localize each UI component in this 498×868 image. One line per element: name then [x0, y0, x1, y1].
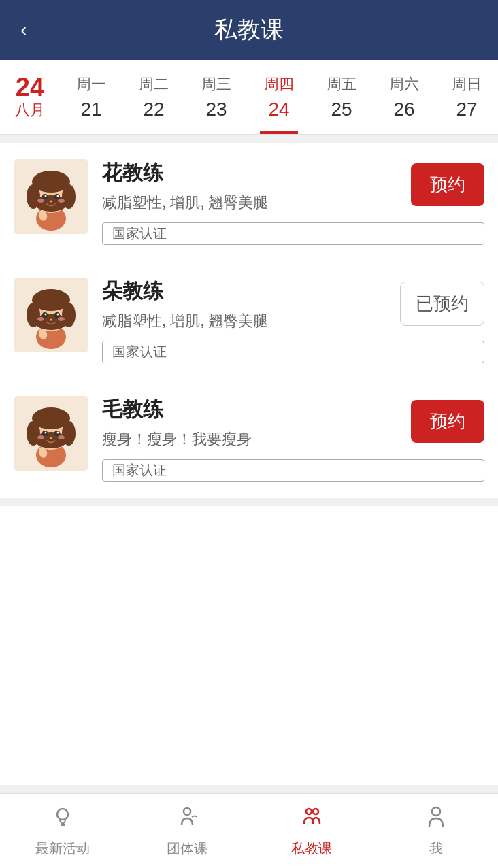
- svg-point-43: [50, 437, 52, 439]
- week-day-number: 22: [143, 99, 164, 120]
- bottom-nav: 最新活动 团体课 私教课 我: [0, 793, 498, 868]
- week-day-number: 26: [393, 99, 414, 120]
- book-button[interactable]: 预约: [411, 163, 484, 206]
- week-day-25[interactable]: 周五 25: [310, 60, 373, 134]
- week-day-name: 周五: [327, 74, 356, 95]
- svg-point-25: [57, 314, 59, 316]
- svg-point-11: [37, 199, 44, 203]
- nav-label: 私教课: [291, 839, 332, 858]
- week-day-number: 25: [331, 99, 352, 120]
- nav-icon-2: [299, 805, 324, 835]
- trainer-list: 花教练 减脂塑性, 增肌, 翘臀美腿 国家认证 预约: [0, 143, 498, 498]
- empty-area: [0, 506, 498, 785]
- week-day-number: 24: [268, 99, 289, 120]
- svg-point-47: [184, 808, 190, 815]
- back-button[interactable]: ‹: [20, 19, 27, 41]
- today-number: 24: [16, 74, 44, 100]
- week-day-number: 23: [205, 99, 227, 120]
- svg-point-27: [58, 317, 65, 321]
- nav-label: 团体课: [167, 839, 208, 858]
- nav-item-私教课[interactable]: 私教课: [249, 794, 374, 868]
- trainer-avatar: [14, 278, 88, 352]
- svg-point-45: [57, 809, 68, 820]
- nav-label: 我: [429, 839, 443, 858]
- week-day-number: 27: [456, 99, 477, 120]
- week-day-name: 周一: [76, 74, 106, 95]
- svg-point-41: [37, 435, 44, 439]
- svg-point-40: [57, 432, 59, 434]
- nav-icon-0: [50, 805, 75, 835]
- nav-item-我[interactable]: 我: [374, 794, 498, 868]
- svg-point-21: [35, 314, 67, 330]
- svg-point-6: [35, 195, 67, 212]
- header: ‹ 私教课: [0, 0, 498, 60]
- svg-point-24: [45, 314, 47, 316]
- booked-button[interactable]: 已预约: [400, 282, 484, 326]
- svg-point-42: [58, 435, 65, 439]
- week-day-name: 周四: [264, 74, 294, 95]
- svg-point-26: [37, 317, 44, 321]
- nav-label: 最新活动: [35, 839, 90, 858]
- trainer-cert: 国家认证: [102, 222, 484, 245]
- week-day-name: 周日: [452, 74, 482, 95]
- trainer-card-1: 朵教练 减脂塑性, 增肌, 翘臀美腿 国家认证 已预约: [0, 261, 498, 380]
- nav-item-团体课[interactable]: 团体课: [124, 794, 249, 868]
- active-underline: [260, 131, 297, 134]
- week-bar: 24 八月 周一 21 周二 22 周三 23 周四 24 周五 25 周六 2…: [0, 60, 498, 135]
- nav-icon-1: [175, 805, 199, 835]
- svg-point-13: [50, 201, 52, 203]
- trainer-card-2: 毛教练 瘦身！瘦身！我要瘦身 国家认证 预约: [0, 380, 498, 498]
- week-day-24[interactable]: 周四 24: [248, 60, 310, 134]
- svg-point-28: [50, 319, 52, 321]
- trainer-cert: 国家认证: [102, 459, 484, 482]
- week-day-number: 21: [80, 99, 101, 120]
- week-day-23[interactable]: 周三 23: [185, 60, 248, 134]
- week-day-27[interactable]: 周日 27: [435, 60, 498, 134]
- nav-icon-3: [424, 805, 448, 835]
- svg-point-50: [432, 807, 440, 816]
- page-title: 私教课: [214, 14, 284, 46]
- svg-point-9: [45, 195, 47, 197]
- trainer-avatar: [14, 396, 88, 471]
- weekdays-container: 周一 21 周二 22 周三 23 周四 24 周五 25 周六 26 周日 2…: [60, 60, 498, 134]
- trainer-card-0: 花教练 减脂塑性, 增肌, 翘臀美腿 国家认证 预约: [0, 143, 498, 261]
- svg-point-49: [313, 809, 318, 814]
- week-day-name: 周六: [389, 74, 419, 95]
- trainer-cert: 国家认证: [102, 341, 484, 363]
- week-day-name: 周二: [139, 74, 169, 95]
- week-day-26[interactable]: 周六 26: [373, 60, 435, 134]
- week-day-name: 周三: [201, 74, 231, 95]
- nav-item-最新活动[interactable]: 最新活动: [0, 794, 124, 868]
- today-cell[interactable]: 24 八月: [0, 60, 60, 134]
- svg-point-39: [45, 432, 47, 434]
- trainer-avatar: [14, 159, 88, 234]
- week-day-21[interactable]: 周一 21: [60, 60, 122, 134]
- book-button[interactable]: 预约: [411, 400, 484, 443]
- svg-point-48: [306, 809, 312, 814]
- nav-container: 最新活动 团体课 私教课 我: [0, 794, 498, 868]
- svg-point-36: [35, 432, 67, 448]
- week-day-22[interactable]: 周二 22: [122, 60, 185, 134]
- today-month: 八月: [15, 100, 45, 120]
- svg-point-10: [57, 195, 59, 197]
- content-area: 花教练 减脂塑性, 增肌, 翘臀美腿 国家认证 预约: [0, 135, 498, 793]
- svg-point-12: [58, 199, 65, 203]
